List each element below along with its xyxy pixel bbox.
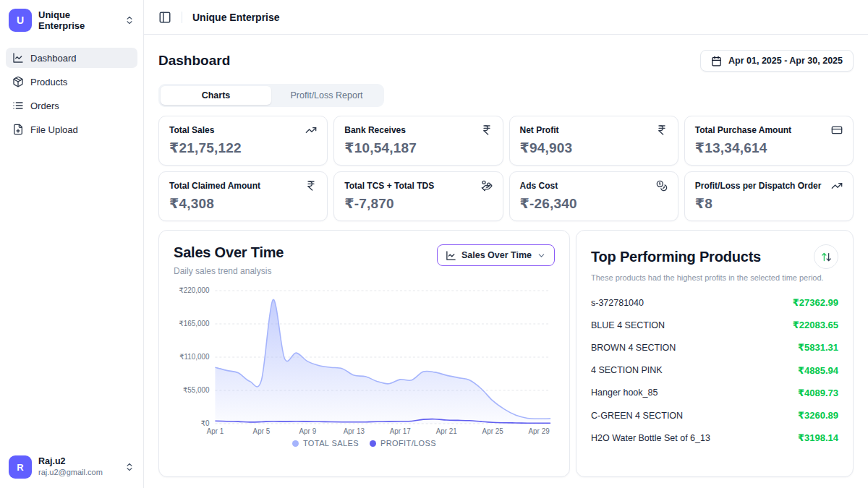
coins-icon xyxy=(656,180,668,192)
sidebar-item-label: Orders xyxy=(30,100,59,111)
product-row: 4 SECTION PINK ₹4885.94 xyxy=(591,359,838,382)
product-name: Hanger hook_85 xyxy=(591,388,658,398)
stat-title: Total Purchase Amount xyxy=(695,125,791,135)
date-range-label: Apr 01, 2025 - Apr 30, 2025 xyxy=(728,56,843,66)
tab-charts[interactable]: Charts xyxy=(161,86,271,105)
stat-card-total-sales: Total Sales ₹21,75,122 xyxy=(158,116,328,166)
svg-text:₹165,000: ₹165,000 xyxy=(179,320,210,328)
product-profit: ₹5831.31 xyxy=(798,342,838,353)
chart-line-icon xyxy=(446,250,456,261)
stat-card-ads-cost: Ads Cost ₹-26,340 xyxy=(509,171,678,221)
svg-text:Apr 25: Apr 25 xyxy=(482,427,504,435)
page-title: Dashboard xyxy=(158,53,230,69)
sidebar-item-file-upload[interactable]: File Upload xyxy=(6,119,137,140)
stat-cards-grid: Total Sales ₹21,75,122 Bank Receives ₹10… xyxy=(158,116,854,221)
topbar: Unique Enterprise xyxy=(144,0,868,35)
sales-over-time-card: Sales Over Time Daily sales trend analys… xyxy=(158,230,570,477)
user-meta: Raj.u2 raj.u2@gmail.com xyxy=(38,456,118,477)
chart-title: Sales Over Time xyxy=(174,244,284,261)
product-name: H2O Water Bottle Set of 6_13 xyxy=(591,433,710,443)
indian-rupee-icon xyxy=(481,124,493,136)
legend-item: PROFIT/LOSS xyxy=(370,439,436,448)
products-list: s-372781040 ₹27362.99 BLUE 4 SECTION ₹22… xyxy=(591,291,838,449)
app-root: U Unique Enterprise Dashboard Products O… xyxy=(0,0,868,488)
stat-value: ₹21,75,122 xyxy=(169,140,317,156)
chevrons-up-down-icon xyxy=(124,15,135,25)
list-icon xyxy=(12,100,24,111)
stat-card-tcs-tds: Total TCS + Total TDS ₹-7,870 xyxy=(333,171,503,221)
chevrons-up-down-icon xyxy=(124,462,135,472)
svg-text:₹110,000: ₹110,000 xyxy=(179,353,210,361)
svg-text:Apr 21: Apr 21 xyxy=(436,427,458,435)
products-title: Top Performing Products xyxy=(591,249,761,265)
page-header: Dashboard Apr 01, 2025 - Apr 30, 2025 xyxy=(158,50,854,72)
calendar-icon xyxy=(711,56,722,67)
product-name: C-GREEN 4 SECTION xyxy=(591,411,683,421)
product-profit: ₹27362.99 xyxy=(793,297,838,308)
sidebar-nav: Dashboard Products Orders File Upload xyxy=(6,48,137,140)
stat-value: ₹10,54,187 xyxy=(344,140,492,156)
chart-subtitle: Daily sales trend analysis xyxy=(174,266,284,276)
product-row: s-372781040 ₹27362.99 xyxy=(591,291,838,314)
date-range-button[interactable]: Apr 01, 2025 - Apr 30, 2025 xyxy=(700,50,854,72)
org-name: Unique Enterprise xyxy=(38,9,118,31)
trending-up-icon xyxy=(305,124,317,136)
sidebar-item-products[interactable]: Products xyxy=(6,72,137,92)
sort-button[interactable] xyxy=(814,244,838,269)
product-profit: ₹3198.14 xyxy=(798,432,838,443)
product-name: 4 SECTION PINK xyxy=(591,365,663,375)
chart-type-label: Sales Over Time xyxy=(461,250,532,260)
sidebar: U Unique Enterprise Dashboard Products O… xyxy=(0,0,144,488)
user-avatar: R xyxy=(9,455,32,479)
sidebar-item-orders[interactable]: Orders xyxy=(6,95,137,116)
stat-title: Total TCS + Total TDS xyxy=(344,181,434,191)
stat-title: Total Claimed Amount xyxy=(169,181,260,191)
sales-area-chart[interactable]: ₹0₹55,000₹110,000₹165,000₹220,000Apr 1Ap… xyxy=(174,283,555,438)
product-row: BROWN 4 SECTION ₹5831.31 xyxy=(591,336,838,359)
hand-coins-icon xyxy=(481,180,493,192)
tab-bar: Charts Profit/Loss Report xyxy=(158,84,384,107)
stat-title: Total Sales xyxy=(169,125,214,135)
product-name: BLUE 4 SECTION xyxy=(591,320,665,330)
stat-value: ₹-26,340 xyxy=(520,195,668,212)
svg-text:Apr 9: Apr 9 xyxy=(299,427,317,435)
product-row: BLUE 4 SECTION ₹22083.65 xyxy=(591,314,838,336)
chart-line-icon xyxy=(12,52,24,64)
product-profit: ₹4089.73 xyxy=(798,388,838,398)
svg-text:Apr 5: Apr 5 xyxy=(253,427,271,435)
indian-rupee-icon xyxy=(656,124,668,136)
stat-value: ₹-7,870 xyxy=(344,195,492,212)
chart-legend: TOTAL SALESPROFIT/LOSS xyxy=(174,439,555,448)
chevron-down-icon xyxy=(537,251,546,260)
sidebar-toggle-icon[interactable] xyxy=(158,11,171,24)
stat-title: Profit/Loss per Dispatch Order xyxy=(695,181,822,191)
product-row: C-GREEN 4 SECTION ₹3260.89 xyxy=(591,404,838,427)
stat-card-total-claimed-amount: Total Claimed Amount ₹4,308 xyxy=(158,171,328,221)
stat-title: Bank Receives xyxy=(344,125,406,135)
org-avatar: U xyxy=(9,9,32,32)
package-icon xyxy=(12,76,24,87)
products-subtitle: These products had the highest profits i… xyxy=(591,273,838,282)
bottom-row: Sales Over Time Daily sales trend analys… xyxy=(158,230,854,477)
stat-title: Net Profit xyxy=(520,125,559,135)
indian-rupee-icon xyxy=(305,180,317,192)
topbar-divider xyxy=(182,12,182,23)
arrow-up-down-icon xyxy=(821,252,832,262)
user-menu[interactable]: R Raj.u2 raj.u2@gmail.com xyxy=(6,452,137,482)
stat-value: ₹8 xyxy=(695,195,843,212)
top-products-card: Top Performing Products These products h… xyxy=(576,230,854,477)
stat-card-net-profit: Net Profit ₹94,903 xyxy=(509,116,678,166)
product-profit: ₹3260.89 xyxy=(798,410,838,421)
trending-up-icon xyxy=(831,180,843,192)
sidebar-item-label: File Upload xyxy=(30,124,78,135)
sidebar-item-dashboard[interactable]: Dashboard xyxy=(6,48,137,68)
tab-profit-loss-report[interactable]: Profit/Loss Report xyxy=(271,86,382,105)
org-switcher[interactable]: U Unique Enterprise xyxy=(6,6,137,35)
product-row: H2O Water Bottle Set of 6_13 ₹3198.14 xyxy=(591,427,838,449)
chart-type-dropdown[interactable]: Sales Over Time xyxy=(437,244,555,266)
product-profit: ₹22083.65 xyxy=(793,320,838,330)
svg-text:Apr 29: Apr 29 xyxy=(529,427,550,435)
page-content: Dashboard Apr 01, 2025 - Apr 30, 2025 Ch… xyxy=(144,35,868,477)
credit-card-icon xyxy=(831,124,843,136)
svg-text:₹55,000: ₹55,000 xyxy=(183,386,210,394)
